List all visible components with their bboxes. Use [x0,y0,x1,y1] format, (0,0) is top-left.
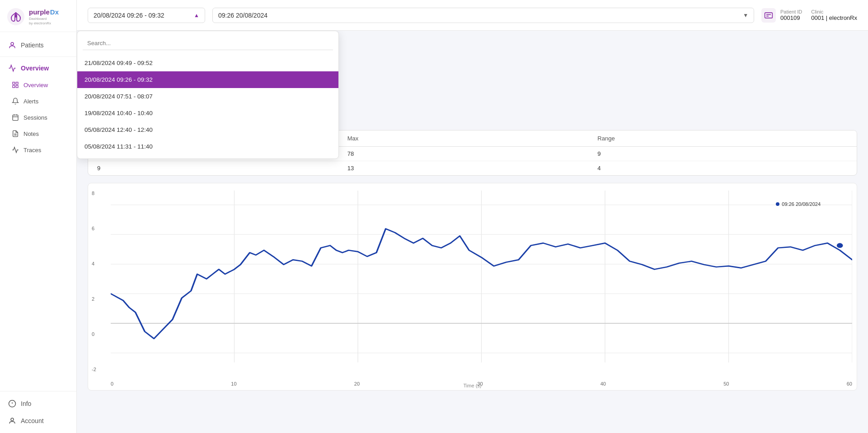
sidebar-overview-label: Overview [21,65,49,72]
traces-icon [12,146,19,154]
patient-info: Patient ID 000109 Clinic 0001 | electron… [761,8,857,23]
notes-nav-label: Notes [23,130,39,137]
main-area: 20/08/2024 09:26 - 09:32 ▲ 09:26 20/08/2… [77,0,868,433]
sidebar-item-patients[interactable]: Patients [0,37,76,54]
chevron-up-icon: ▲ [194,12,199,19]
session-dropdown-value: 20/08/2024 09:26 - 09:32 [94,12,164,19]
sidebar-item-traces[interactable]: Traces [0,142,76,158]
logo-purple: purple [29,9,50,16]
account-icon [8,417,16,425]
date-range-value: 09:26 20/08/2024 [218,12,267,19]
traces-nav-label: Traces [23,147,41,154]
dropdown-item-5[interactable]: 05/08/2024 11:31 - 11:40 [77,138,338,155]
svg-point-2 [11,42,14,45]
dropdown-item-3[interactable]: 19/08/2024 10:40 - 10:40 [77,105,338,121]
header: 20/08/2024 09:26 - 09:32 ▲ 09:26 20/08/2… [77,0,868,31]
svg-rect-4 [16,82,18,84]
info-nav-label: Info [21,400,31,407]
sidebar-bottom: Info Account [0,391,76,433]
sessions-icon [12,114,19,121]
col-range-header: Range [597,135,848,142]
date-range-dropdown[interactable]: 09:26 20/08/2024 ▼ [212,8,754,23]
svg-rect-17 [765,13,773,18]
chart-y-labels: 8 6 4 2 0 -2 [92,191,96,372]
logo-sub2: by electronRx [29,21,59,25]
nav-section: Patients Overview Overview Alerts [0,32,76,391]
patient-labels: Patient ID 000109 Clinic 0001 | electron… [780,9,857,21]
lung-logo-icon [7,8,24,25]
stats-row1-min: 9 [97,165,347,172]
stats-row0-max: 78 [347,150,598,157]
logo-area: purpleDx Dashboard by electronRx [0,0,76,32]
stats-row0-range: 9 [597,150,848,157]
svg-point-16 [11,418,14,421]
dropdown-item-4[interactable]: 05/08/2024 12:40 - 12:40 [77,121,338,138]
patients-icon [8,41,16,49]
clinic-col: Clinic 0001 | electronRx [811,9,857,21]
sidebar: purpleDx Dashboard by electronRx Patient… [0,0,77,433]
alerts-nav-label: Alerts [23,98,38,105]
svg-rect-3 [13,82,15,84]
sessions-nav-label: Sessions [23,114,47,121]
clinic-value: 0001 | electronRx [811,14,857,21]
chart-end-dot [837,243,843,248]
chart-area: 8 6 4 2 0 -2 09:26 20/08/2024 [88,183,857,391]
sidebar-item-sessions[interactable]: Sessions [0,109,76,126]
stats-row1-max: 13 [347,165,598,172]
sidebar-item-overview[interactable]: Overview [0,77,76,93]
sidebar-item-alerts[interactable]: Alerts [0,93,76,109]
svg-rect-6 [16,85,18,88]
patient-id-value: 000109 [780,14,802,21]
chart-svg [111,191,852,372]
chart-tooltip: 09:26 20/08/2024 [776,201,821,207]
svg-rect-7 [13,115,18,121]
patient-id-title: Patient ID [780,9,802,14]
dropdown-item-0[interactable]: 21/08/2024 09:49 - 09:52 [77,55,338,71]
sidebar-patients-label: Patients [21,42,44,49]
patient-id-card-icon [761,8,776,23]
logo-subtitle: Dashboard [29,17,59,21]
patient-id-col: Patient ID 000109 [780,9,802,21]
sidebar-item-account[interactable]: Account [0,412,76,429]
account-nav-label: Account [21,417,44,424]
chart-x-title: Time (s) [464,383,482,388]
notes-icon [12,130,19,137]
session-dropdown[interactable]: 20/08/2024 09:26 - 09:32 ▲ [88,8,205,23]
sidebar-item-info[interactable]: Info [0,395,76,412]
overview-icon [12,81,19,88]
logo-text: purpleDx Dashboard by electronRx [29,8,59,25]
stats-row-1: 9 13 4 [88,161,857,175]
alerts-icon [12,98,19,105]
col-max-header: Max [347,135,598,142]
stats-row1-range: 4 [597,165,848,172]
sidebar-item-overview-section[interactable]: Overview [0,60,76,77]
chart-x-labels: 0 10 20 30 40 50 60 [111,381,852,386]
tooltip-dot [776,202,779,206]
tooltip-label: 09:26 20/08/2024 [782,201,821,207]
chevron-down-icon: ▼ [743,12,748,19]
sidebar-item-notes[interactable]: Notes [0,126,76,142]
session-dropdown-overlay: 21/08/2024 09:49 - 09:52 20/08/2024 09:2… [77,31,339,159]
clinic-title: Clinic [811,9,857,14]
svg-rect-5 [13,85,15,88]
dropdown-item-1[interactable]: 20/08/2024 09:26 - 09:32 [77,71,338,88]
dropdown-item-2[interactable]: 20/08/2024 07:51 - 08:07 [77,88,338,105]
dropdown-search-input[interactable] [83,37,333,50]
info-icon [8,400,16,408]
content-area: 21/08/2024 09:49 - 09:52 20/08/2024 09:2… [77,31,868,433]
overview-section-icon [8,64,16,72]
logo-dx: Dx [50,8,59,16]
overview-nav-label: Overview [23,82,48,88]
